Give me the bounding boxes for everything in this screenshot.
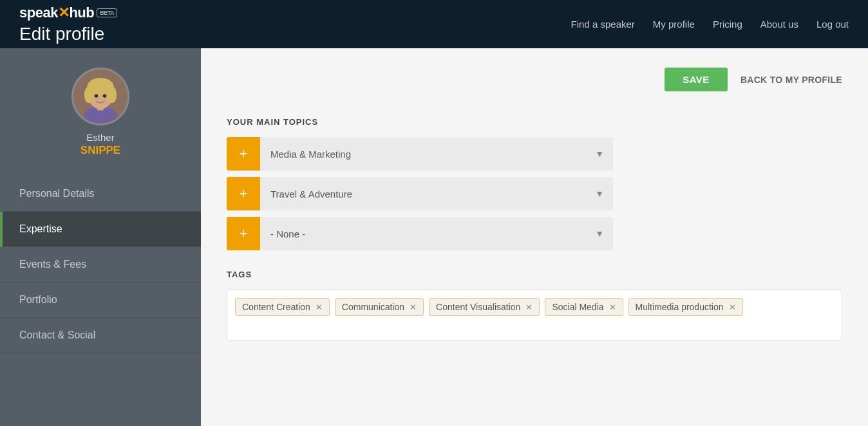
- topic-row-3: + Media & Marketing Travel & Adventure -…: [227, 217, 613, 250]
- sidebar-item-personal-details[interactable]: Personal Details: [0, 176, 201, 212]
- topic-add-btn-3[interactable]: +: [227, 217, 260, 250]
- topic-add-btn-2[interactable]: +: [227, 177, 260, 210]
- beta-badge: BETA: [97, 8, 117, 17]
- topic-row-1: + Media & Marketing Travel & Adventure -…: [227, 137, 613, 171]
- tag-social-media: Social Media ✕: [545, 298, 623, 316]
- tag-content-visualisation: Content Visualisation ✕: [429, 298, 540, 316]
- tag-close-communication[interactable]: ✕: [410, 303, 417, 311]
- tag-close-multimedia-production[interactable]: ✕: [729, 303, 736, 311]
- top-header: speak✕hub BETA Edit profile Find a speak…: [0, 0, 868, 48]
- tag-multimedia-production: Multimedia production ✕: [628, 298, 743, 316]
- topic-select-3[interactable]: Media & Marketing Travel & Adventure - N…: [260, 217, 586, 250]
- nav-log-out[interactable]: Log out: [816, 19, 849, 30]
- svg-point-5: [84, 86, 94, 103]
- svg-point-8: [103, 94, 107, 98]
- tags-section-title: TAGS: [227, 270, 842, 279]
- main-content: SAVE BACK TO MY PROFILE YOUR MAIN TOPICS…: [201, 48, 868, 426]
- nav-pricing[interactable]: Pricing: [713, 19, 742, 30]
- tag-label-content-visualisation: Content Visualisation: [436, 302, 520, 312]
- nav-about-us[interactable]: About us: [760, 19, 798, 30]
- tag-close-social-media[interactable]: ✕: [609, 303, 616, 311]
- tag-label-communication: Communication: [342, 302, 404, 312]
- sidebar: Esther SNIPPE Personal Details Expertise…: [0, 48, 201, 426]
- topic-select-2[interactable]: Media & Marketing Travel & Adventure - N…: [260, 177, 586, 210]
- avatar: [71, 68, 129, 125]
- tag-label-content-creation: Content Creation: [242, 302, 310, 312]
- topics-wrapper: + Media & Marketing Travel & Adventure -…: [227, 137, 613, 250]
- topic-row-2: + Media & Marketing Travel & Adventure -…: [227, 177, 613, 210]
- chevron-down-icon-3: ▼: [586, 228, 613, 239]
- tag-label-multimedia-production: Multimedia production: [636, 302, 724, 312]
- topics-section-title: YOUR MAIN TOPICS: [227, 117, 842, 127]
- user-first-name: Esther: [86, 132, 114, 143]
- back-to-profile-link[interactable]: BACK TO MY PROFILE: [741, 75, 842, 85]
- sidebar-item-events-fees[interactable]: Events & Fees: [0, 247, 201, 282]
- topic-add-btn-1[interactable]: +: [227, 137, 260, 171]
- chevron-down-icon-1: ▼: [586, 149, 613, 159]
- logo-area: speak✕hub BETA Edit profile: [19, 5, 117, 44]
- top-nav: Find a speaker My profile Pricing About …: [571, 19, 849, 30]
- save-button[interactable]: SAVE: [665, 68, 728, 91]
- tag-close-content-visualisation[interactable]: ✕: [525, 303, 533, 311]
- tag-label-social-media: Social Media: [552, 302, 603, 312]
- svg-point-7: [95, 94, 99, 98]
- sidebar-item-portfolio[interactable]: Portfolio: [0, 282, 201, 318]
- sidebar-item-contact-social[interactable]: Contact & Social: [0, 318, 201, 353]
- tag-content-creation: Content Creation ✕: [235, 298, 330, 316]
- svg-point-6: [107, 86, 117, 103]
- tags-container: Content Creation ✕ Communication ✕ Conte…: [227, 290, 842, 341]
- body-layout: Esther SNIPPE Personal Details Expertise…: [0, 48, 868, 426]
- tag-close-content-creation[interactable]: ✕: [316, 303, 323, 311]
- tags-section: TAGS Content Creation ✕ Communication ✕ …: [227, 270, 842, 341]
- chevron-down-icon-2: ▼: [586, 189, 613, 199]
- nav-my-profile[interactable]: My profile: [653, 19, 695, 30]
- tag-communication: Communication ✕: [335, 298, 424, 316]
- sidebar-nav: Personal Details Expertise Events & Fees…: [0, 176, 201, 353]
- top-actions: SAVE BACK TO MY PROFILE: [227, 68, 842, 91]
- page-title: Edit profile: [19, 24, 117, 44]
- logo: speak✕hub BETA: [19, 5, 117, 21]
- nav-find-speaker[interactable]: Find a speaker: [571, 19, 635, 30]
- topic-select-1[interactable]: Media & Marketing Travel & Adventure - N…: [260, 137, 586, 171]
- sidebar-item-expertise[interactable]: Expertise: [0, 212, 201, 247]
- logo-speakerhub: speak✕hub: [19, 5, 94, 21]
- user-last-name: SNIPPE: [80, 144, 120, 157]
